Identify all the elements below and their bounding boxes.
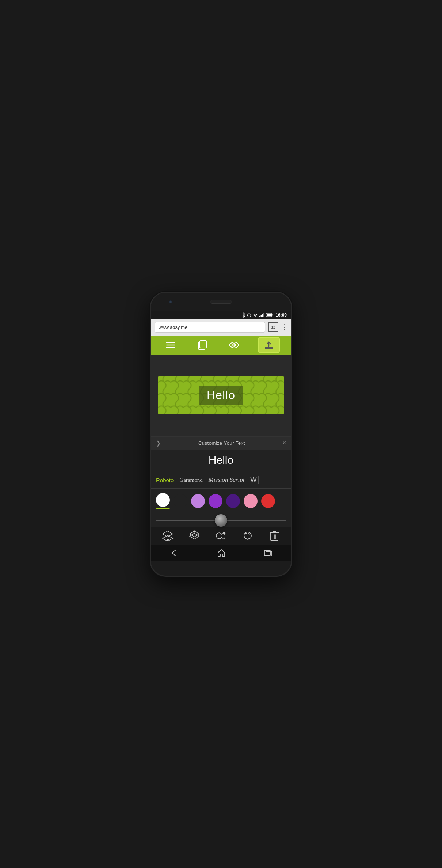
svg-marker-24 — [193, 530, 195, 532]
svg-point-26 — [216, 533, 222, 539]
svg-rect-17 — [265, 347, 273, 349]
eye-icon — [229, 341, 240, 349]
action-animation-button[interactable] — [213, 528, 229, 544]
menu-button[interactable] — [163, 337, 179, 353]
camera — [169, 300, 172, 303]
url-input[interactable]: www.adsy.me — [155, 322, 265, 333]
svg-marker-23 — [190, 533, 199, 539]
svg-rect-4 — [261, 315, 262, 317]
upload-button[interactable] — [258, 337, 280, 353]
svg-rect-5 — [262, 314, 263, 317]
slider-thumb[interactable] — [215, 514, 227, 527]
svg-rect-6 — [263, 313, 264, 317]
banner-text-container[interactable]: Hello — [199, 386, 243, 405]
banner[interactable]: Hello — [158, 376, 284, 414]
color-purple[interactable] — [209, 494, 222, 508]
back-icon — [170, 550, 179, 556]
customize-header: ❯ Customize Your Text × — [151, 436, 291, 450]
upload-icon — [264, 341, 274, 349]
speaker — [210, 300, 232, 304]
customize-title: Customize Your Text — [198, 440, 245, 446]
browser-menu-icon[interactable]: ⋮ — [281, 323, 287, 331]
delete-icon — [270, 531, 279, 541]
preview-button[interactable] — [226, 337, 242, 353]
phone-top-bezel — [151, 293, 291, 311]
font-w[interactable]: W — [250, 476, 259, 484]
animation-icon — [216, 531, 226, 541]
svg-marker-19 — [163, 531, 173, 537]
nav-home-button[interactable] — [217, 549, 225, 557]
alarm-icon — [247, 313, 251, 317]
font-mission-script[interactable]: Mission Script — [209, 476, 245, 484]
svg-point-21 — [167, 539, 169, 541]
color-row — [151, 489, 291, 513]
svg-point-16 — [233, 344, 235, 346]
action-move-up-button[interactable] — [186, 528, 202, 544]
effects-icon — [242, 531, 254, 541]
close-button[interactable]: × — [283, 440, 286, 446]
size-slider-row — [151, 516, 291, 525]
action-delete-button[interactable] — [266, 528, 282, 544]
svg-rect-3 — [259, 316, 260, 317]
layers-copy-icon — [198, 340, 207, 350]
svg-rect-9 — [267, 314, 271, 316]
move-up-icon — [189, 530, 200, 541]
android-nav-bar — [151, 545, 291, 561]
home-icon — [217, 549, 225, 557]
browser-tab-count[interactable]: 12 — [268, 322, 278, 332]
battery-icon — [266, 313, 273, 317]
svg-rect-8 — [272, 314, 273, 316]
action-layers-button[interactable] — [160, 528, 176, 544]
font-garamond[interactable]: Garamond — [179, 477, 202, 483]
browser-bar: www.adsy.me 12 ⋮ — [151, 319, 291, 336]
size-slider[interactable] — [156, 520, 286, 521]
banner-text: Hello — [207, 388, 235, 402]
signal-icon — [259, 313, 264, 317]
color-white[interactable] — [156, 493, 170, 507]
layers-button[interactable] — [194, 337, 210, 353]
status-bar: 16:09 — [151, 311, 291, 319]
divider-1 — [151, 471, 291, 471]
color-lavender[interactable] — [191, 494, 205, 508]
color-pink[interactable] — [244, 494, 258, 508]
nav-recent-button[interactable] — [264, 550, 272, 556]
nav-back-button[interactable] — [170, 550, 179, 556]
color-black[interactable] — [174, 494, 187, 508]
color-dark-purple[interactable] — [226, 494, 240, 508]
hamburger-icon — [166, 341, 175, 349]
collapse-button[interactable]: ❯ — [156, 440, 161, 447]
svg-rect-14 — [200, 341, 206, 348]
action-bar — [151, 527, 291, 545]
font-roboto[interactable]: Roboto — [156, 477, 174, 483]
svg-rect-37 — [264, 550, 270, 556]
divider-2 — [151, 488, 291, 489]
bluetooth-icon — [242, 312, 245, 318]
bottom-panel: ❯ Customize Your Text × Hello Roboto Gar… — [151, 436, 291, 545]
color-red[interactable] — [261, 494, 275, 508]
font-selector: Roboto Garamond Mission Script W — [151, 473, 291, 488]
recent-apps-icon — [264, 550, 272, 556]
canvas-area: Hello — [151, 355, 291, 436]
app-toolbar — [151, 336, 291, 355]
action-effects-button[interactable] — [240, 528, 256, 544]
wifi-icon — [253, 313, 258, 317]
svg-marker-25 — [193, 532, 195, 534]
phone-bottom-bezel — [151, 561, 291, 576]
phone-device: 16:09 www.adsy.me 12 ⋮ — [150, 292, 292, 577]
layers-icon — [162, 530, 174, 541]
text-preview[interactable]: Hello — [151, 450, 291, 469]
status-time: 16:09 — [275, 312, 287, 318]
